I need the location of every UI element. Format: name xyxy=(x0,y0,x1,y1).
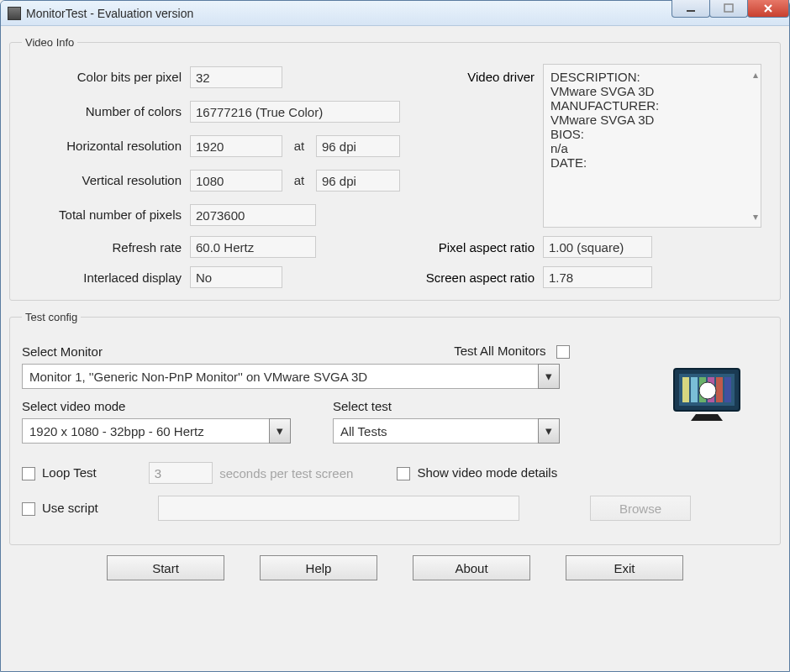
checkbox-loop-test[interactable] xyxy=(22,467,35,480)
value-v-res: 1080 xyxy=(190,170,282,192)
svg-rect-1 xyxy=(724,4,733,12)
exit-button[interactable]: Exit xyxy=(566,555,683,580)
scroll-up-icon[interactable]: ▴ xyxy=(753,69,758,81)
about-button[interactable]: About xyxy=(413,555,530,580)
label-v-res: Vertical resolution xyxy=(22,173,190,187)
scroll-down-icon[interactable]: ▾ xyxy=(753,211,758,223)
select-monitor-combo[interactable]: Monitor 1, ''Generic Non-PnP Monitor'' o… xyxy=(22,364,560,389)
label-screen-ar: Screen aspect ratio xyxy=(408,270,543,285)
close-button[interactable] xyxy=(747,0,789,18)
label-refresh: Refresh rate xyxy=(22,240,190,255)
maximize-icon xyxy=(724,3,734,13)
titlebar[interactable]: MonitorTest - Evaluation version xyxy=(1,1,789,26)
label-h-res: Horizontal resolution xyxy=(22,139,190,153)
label-select-test: Select test xyxy=(333,399,392,413)
value-h-res: 1920 xyxy=(190,135,282,157)
app-icon xyxy=(8,7,21,20)
svg-rect-9 xyxy=(724,377,731,402)
chevron-down-icon[interactable]: ▾ xyxy=(538,364,560,389)
chevron-down-icon[interactable]: ▾ xyxy=(538,418,560,444)
value-pixel-ar: 1.00 (square) xyxy=(543,236,652,258)
value-num-colors: 16777216 (True Color) xyxy=(190,101,400,123)
select-mode-value: 1920 x 1080 - 32bpp - 60 Hertz xyxy=(22,418,269,444)
value-interlaced: No xyxy=(190,266,282,288)
label-color-bits: Color bits per pixel xyxy=(22,70,190,84)
label-seconds-per: seconds per test screen xyxy=(219,466,353,480)
select-monitor-value: Monitor 1, ''Generic Non-PnP Monitor'' o… xyxy=(22,364,538,389)
select-mode-combo[interactable]: 1920 x 1080 - 32bpp - 60 Hertz ▾ xyxy=(22,418,291,444)
window-title: MonitorTest - Evaluation version xyxy=(26,7,193,20)
label-select-mode: Select video mode xyxy=(22,399,266,413)
client-area: Video Info Color bits per pixel 32 Video… xyxy=(1,26,789,589)
checkbox-test-all[interactable] xyxy=(556,345,570,359)
script-path-input[interactable] xyxy=(158,496,519,521)
value-refresh: 60.0 Hertz xyxy=(190,236,316,258)
label-video-driver: Video driver xyxy=(408,70,543,84)
label-interlaced: Interlaced display xyxy=(22,270,190,285)
svg-rect-4 xyxy=(682,377,689,402)
action-button-row: Start Help About Exit xyxy=(9,555,781,580)
value-h-dpi: 96 dpi xyxy=(316,135,400,157)
value-v-dpi: 96 dpi xyxy=(316,170,400,192)
chevron-down-icon[interactable]: ▾ xyxy=(269,418,291,444)
label-pixel-ar: Pixel aspect ratio xyxy=(408,240,543,255)
svg-rect-0 xyxy=(687,10,695,12)
app-window: MonitorTest - Evaluation version Video I… xyxy=(0,0,790,672)
label-loop-test: Loop Test xyxy=(42,465,97,480)
label-num-colors: Number of colors xyxy=(22,104,190,118)
select-test-combo[interactable]: All Tests ▾ xyxy=(333,418,560,444)
value-color-bits: 32 xyxy=(190,66,282,88)
checkbox-use-script[interactable] xyxy=(22,502,35,516)
label-show-details: Show video mode details xyxy=(417,465,557,480)
checkbox-show-details[interactable] xyxy=(397,467,410,480)
help-button[interactable]: Help xyxy=(260,555,377,580)
minimize-icon xyxy=(686,3,696,13)
label-at-h: at xyxy=(282,139,316,153)
value-total-pixels: 2073600 xyxy=(190,204,316,226)
monitor-illustration-icon xyxy=(671,365,746,428)
svg-point-10 xyxy=(699,382,716,399)
video-info-grid: Color bits per pixel 32 Video driver DES… xyxy=(22,64,768,288)
video-driver-box: DESCRIPTION: VMware SVGA 3D MANUFACTURER… xyxy=(543,64,761,228)
maximize-button[interactable] xyxy=(709,0,748,18)
value-screen-ar: 1.78 xyxy=(543,266,652,288)
video-info-group: Video Info Color bits per pixel 32 Video… xyxy=(9,36,781,301)
video-driver-text[interactable]: DESCRIPTION: VMware SVGA 3D MANUFACTURER… xyxy=(543,64,761,228)
label-at-v: at xyxy=(282,173,316,187)
seconds-input[interactable]: 3 xyxy=(149,462,213,484)
minimize-button[interactable] xyxy=(672,0,710,18)
close-icon xyxy=(762,3,774,14)
video-info-legend: Video Info xyxy=(22,36,77,49)
select-test-value: All Tests xyxy=(333,418,538,444)
window-buttons xyxy=(672,0,789,18)
label-total-pixels: Total number of pixels xyxy=(22,207,190,222)
svg-rect-5 xyxy=(691,377,698,402)
label-select-monitor: Select Monitor xyxy=(22,344,103,359)
start-button[interactable]: Start xyxy=(107,555,224,580)
svg-rect-8 xyxy=(716,377,723,402)
label-use-script: Use script xyxy=(42,501,98,515)
label-test-all: Test All Monitors xyxy=(454,344,545,358)
test-config-legend: Test config xyxy=(22,311,81,323)
test-config-group: Test config Select Monitor Test All Moni… xyxy=(9,311,781,545)
browse-button[interactable]: Browse xyxy=(590,496,691,521)
